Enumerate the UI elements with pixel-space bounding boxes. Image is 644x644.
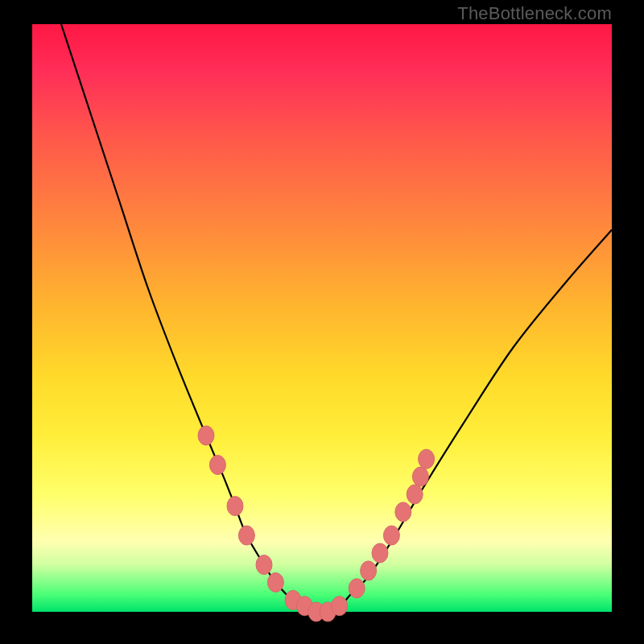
left-marker-3	[227, 497, 243, 516]
marker-group	[198, 426, 435, 621]
right-marker-8	[419, 449, 435, 469]
chart-frame: TheBottleneck.com	[0, 0, 644, 644]
bottleneck-curve	[61, 24, 612, 612]
left-marker-1	[198, 426, 214, 445]
plot-area	[32, 24, 612, 612]
right-marker-4	[383, 526, 399, 545]
left-marker-2	[209, 456, 225, 475]
right-marker-1	[349, 579, 365, 598]
curve-group	[61, 24, 612, 612]
right-marker-6	[407, 485, 423, 504]
right-marker-7	[412, 467, 428, 486]
bottom-marker-5	[332, 597, 348, 616]
left-marker-5	[256, 555, 272, 575]
right-marker-2	[361, 561, 377, 580]
bottleneck-curve-svg	[32, 24, 612, 612]
left-marker-4	[238, 526, 254, 545]
right-marker-5	[395, 502, 411, 522]
right-marker-3	[372, 543, 388, 563]
watermark-text: TheBottleneck.com	[457, 3, 612, 24]
left-marker-6	[267, 573, 283, 592]
